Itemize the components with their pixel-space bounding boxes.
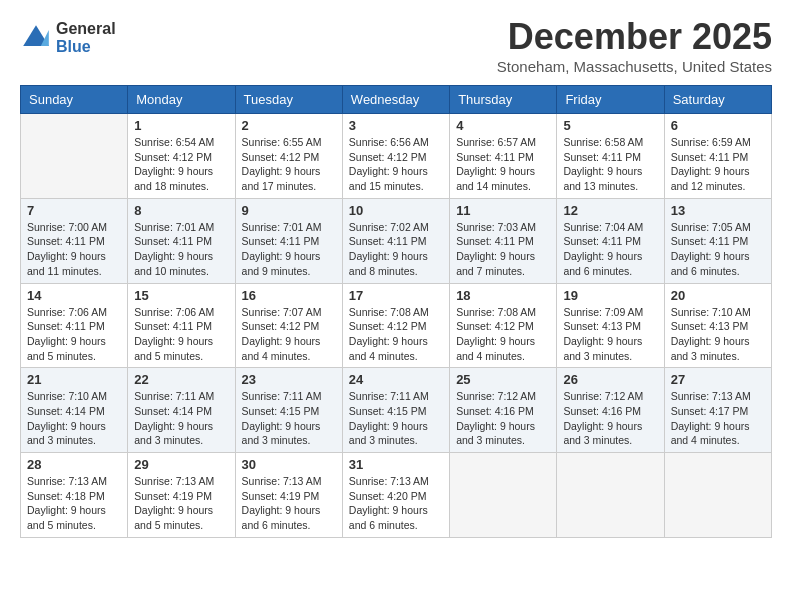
day-info: Sunrise: 7:07 AMSunset: 4:12 PMDaylight:…: [242, 305, 336, 364]
month-title: December 2025: [497, 16, 772, 58]
day-info: Sunrise: 7:13 AMSunset: 4:20 PMDaylight:…: [349, 474, 443, 533]
calendar-cell: [450, 453, 557, 538]
calendar-cell: [557, 453, 664, 538]
day-number: 26: [563, 372, 657, 387]
day-number: 21: [27, 372, 121, 387]
logo: General Blue: [20, 20, 116, 55]
day-number: 31: [349, 457, 443, 472]
day-info: Sunrise: 7:12 AMSunset: 4:16 PMDaylight:…: [456, 389, 550, 448]
day-number: 1: [134, 118, 228, 133]
day-number: 13: [671, 203, 765, 218]
calendar-cell: 8Sunrise: 7:01 AMSunset: 4:11 PMDaylight…: [128, 198, 235, 283]
day-header-sunday: Sunday: [21, 86, 128, 114]
calendar-cell: 23Sunrise: 7:11 AMSunset: 4:15 PMDayligh…: [235, 368, 342, 453]
day-header-friday: Friday: [557, 86, 664, 114]
day-info: Sunrise: 7:06 AMSunset: 4:11 PMDaylight:…: [27, 305, 121, 364]
calendar-cell: 19Sunrise: 7:09 AMSunset: 4:13 PMDayligh…: [557, 283, 664, 368]
subtitle: Stoneham, Massachusetts, United States: [497, 58, 772, 75]
calendar-cell: 29Sunrise: 7:13 AMSunset: 4:19 PMDayligh…: [128, 453, 235, 538]
day-number: 9: [242, 203, 336, 218]
calendar-cell: 21Sunrise: 7:10 AMSunset: 4:14 PMDayligh…: [21, 368, 128, 453]
calendar-cell: 17Sunrise: 7:08 AMSunset: 4:12 PMDayligh…: [342, 283, 449, 368]
day-info: Sunrise: 7:01 AMSunset: 4:11 PMDaylight:…: [134, 220, 228, 279]
calendar-cell: 3Sunrise: 6:56 AMSunset: 4:12 PMDaylight…: [342, 114, 449, 199]
day-header-tuesday: Tuesday: [235, 86, 342, 114]
day-info: Sunrise: 7:12 AMSunset: 4:16 PMDaylight:…: [563, 389, 657, 448]
calendar-cell: 5Sunrise: 6:58 AMSunset: 4:11 PMDaylight…: [557, 114, 664, 199]
day-number: 3: [349, 118, 443, 133]
day-number: 23: [242, 372, 336, 387]
logo-text: General Blue: [56, 20, 116, 55]
day-number: 25: [456, 372, 550, 387]
day-header-thursday: Thursday: [450, 86, 557, 114]
day-info: Sunrise: 6:57 AMSunset: 4:11 PMDaylight:…: [456, 135, 550, 194]
day-info: Sunrise: 7:13 AMSunset: 4:19 PMDaylight:…: [134, 474, 228, 533]
day-number: 6: [671, 118, 765, 133]
day-info: Sunrise: 6:54 AMSunset: 4:12 PMDaylight:…: [134, 135, 228, 194]
calendar-cell: 11Sunrise: 7:03 AMSunset: 4:11 PMDayligh…: [450, 198, 557, 283]
day-info: Sunrise: 7:11 AMSunset: 4:15 PMDaylight:…: [242, 389, 336, 448]
day-number: 17: [349, 288, 443, 303]
day-number: 11: [456, 203, 550, 218]
calendar-cell: 16Sunrise: 7:07 AMSunset: 4:12 PMDayligh…: [235, 283, 342, 368]
calendar-cell: 12Sunrise: 7:04 AMSunset: 4:11 PMDayligh…: [557, 198, 664, 283]
day-number: 28: [27, 457, 121, 472]
day-number: 24: [349, 372, 443, 387]
calendar: SundayMondayTuesdayWednesdayThursdayFrid…: [20, 85, 772, 538]
day-info: Sunrise: 7:06 AMSunset: 4:11 PMDaylight:…: [134, 305, 228, 364]
day-info: Sunrise: 7:05 AMSunset: 4:11 PMDaylight:…: [671, 220, 765, 279]
day-number: 2: [242, 118, 336, 133]
day-number: 8: [134, 203, 228, 218]
day-info: Sunrise: 7:10 AMSunset: 4:14 PMDaylight:…: [27, 389, 121, 448]
day-number: 12: [563, 203, 657, 218]
calendar-cell: 1Sunrise: 6:54 AMSunset: 4:12 PMDaylight…: [128, 114, 235, 199]
calendar-cell: 26Sunrise: 7:12 AMSunset: 4:16 PMDayligh…: [557, 368, 664, 453]
calendar-cell: 24Sunrise: 7:11 AMSunset: 4:15 PMDayligh…: [342, 368, 449, 453]
day-info: Sunrise: 7:13 AMSunset: 4:17 PMDaylight:…: [671, 389, 765, 448]
day-info: Sunrise: 6:55 AMSunset: 4:12 PMDaylight:…: [242, 135, 336, 194]
title-area: December 2025 Stoneham, Massachusetts, U…: [497, 16, 772, 75]
calendar-cell: 22Sunrise: 7:11 AMSunset: 4:14 PMDayligh…: [128, 368, 235, 453]
calendar-cell: 31Sunrise: 7:13 AMSunset: 4:20 PMDayligh…: [342, 453, 449, 538]
day-info: Sunrise: 7:10 AMSunset: 4:13 PMDaylight:…: [671, 305, 765, 364]
day-number: 15: [134, 288, 228, 303]
day-number: 16: [242, 288, 336, 303]
calendar-cell: 28Sunrise: 7:13 AMSunset: 4:18 PMDayligh…: [21, 453, 128, 538]
day-info: Sunrise: 7:08 AMSunset: 4:12 PMDaylight:…: [456, 305, 550, 364]
calendar-cell: 2Sunrise: 6:55 AMSunset: 4:12 PMDaylight…: [235, 114, 342, 199]
day-info: Sunrise: 6:58 AMSunset: 4:11 PMDaylight:…: [563, 135, 657, 194]
calendar-cell: [21, 114, 128, 199]
calendar-cell: 18Sunrise: 7:08 AMSunset: 4:12 PMDayligh…: [450, 283, 557, 368]
day-number: 10: [349, 203, 443, 218]
calendar-cell: 10Sunrise: 7:02 AMSunset: 4:11 PMDayligh…: [342, 198, 449, 283]
calendar-cell: 27Sunrise: 7:13 AMSunset: 4:17 PMDayligh…: [664, 368, 771, 453]
day-number: 19: [563, 288, 657, 303]
day-number: 22: [134, 372, 228, 387]
day-info: Sunrise: 7:04 AMSunset: 4:11 PMDaylight:…: [563, 220, 657, 279]
day-info: Sunrise: 7:02 AMSunset: 4:11 PMDaylight:…: [349, 220, 443, 279]
day-header-monday: Monday: [128, 86, 235, 114]
header: General Blue December 2025 Stoneham, Mas…: [20, 16, 772, 75]
day-info: Sunrise: 7:03 AMSunset: 4:11 PMDaylight:…: [456, 220, 550, 279]
calendar-cell: [664, 453, 771, 538]
day-header-wednesday: Wednesday: [342, 86, 449, 114]
day-info: Sunrise: 7:13 AMSunset: 4:19 PMDaylight:…: [242, 474, 336, 533]
calendar-cell: 20Sunrise: 7:10 AMSunset: 4:13 PMDayligh…: [664, 283, 771, 368]
day-number: 29: [134, 457, 228, 472]
day-number: 30: [242, 457, 336, 472]
logo-blue: Blue: [56, 38, 116, 56]
day-info: Sunrise: 7:08 AMSunset: 4:12 PMDaylight:…: [349, 305, 443, 364]
day-info: Sunrise: 7:01 AMSunset: 4:11 PMDaylight:…: [242, 220, 336, 279]
day-number: 14: [27, 288, 121, 303]
calendar-cell: 9Sunrise: 7:01 AMSunset: 4:11 PMDaylight…: [235, 198, 342, 283]
logo-icon: [20, 22, 52, 54]
day-info: Sunrise: 7:11 AMSunset: 4:15 PMDaylight:…: [349, 389, 443, 448]
day-number: 27: [671, 372, 765, 387]
day-info: Sunrise: 7:00 AMSunset: 4:11 PMDaylight:…: [27, 220, 121, 279]
calendar-cell: 14Sunrise: 7:06 AMSunset: 4:11 PMDayligh…: [21, 283, 128, 368]
calendar-cell: 13Sunrise: 7:05 AMSunset: 4:11 PMDayligh…: [664, 198, 771, 283]
day-info: Sunrise: 6:56 AMSunset: 4:12 PMDaylight:…: [349, 135, 443, 194]
day-info: Sunrise: 7:13 AMSunset: 4:18 PMDaylight:…: [27, 474, 121, 533]
logo-general: General: [56, 20, 116, 38]
day-number: 5: [563, 118, 657, 133]
